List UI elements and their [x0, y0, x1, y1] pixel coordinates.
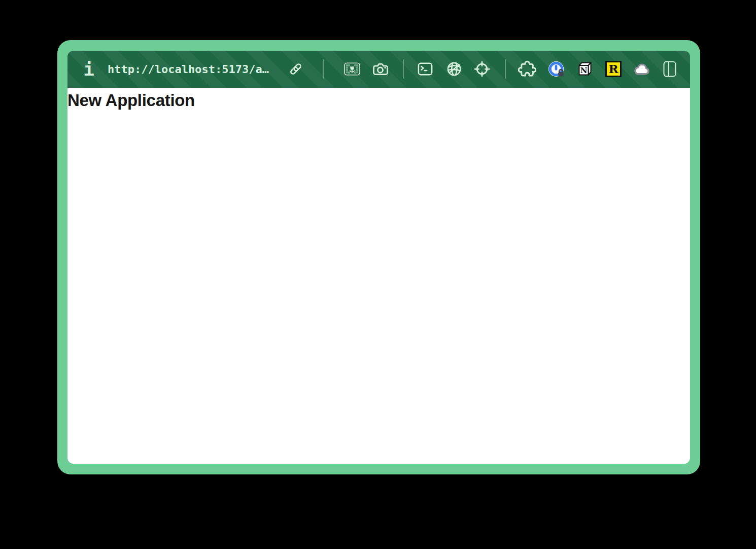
- browser-toolbar: i http://localhost:5173/a…: [67, 51, 690, 88]
- crosshair-icon[interactable]: [474, 61, 491, 78]
- r-extension-icon[interactable]: R: [605, 61, 622, 77]
- page-content: New Application: [67, 88, 690, 464]
- cloud-icon[interactable]: [632, 62, 651, 77]
- link-icon[interactable]: [288, 61, 304, 77]
- onepassword-icon[interactable]: [547, 60, 565, 78]
- desktop-background: i http://localhost:5173/a…: [0, 0, 756, 549]
- page-title: New Application: [67, 88, 690, 111]
- globe-icon[interactable]: [446, 61, 462, 77]
- info-icon[interactable]: i: [83, 59, 94, 80]
- toolbar-separator: [403, 59, 404, 79]
- address-url[interactable]: http://localhost:5173/a…: [108, 63, 269, 76]
- notion-letter: N: [580, 66, 588, 75]
- terminal-icon[interactable]: [418, 62, 433, 76]
- notion-icon[interactable]: N: [576, 60, 593, 78]
- split-view-icon[interactable]: [663, 61, 676, 78]
- toolbar-separator: [505, 59, 506, 79]
- browser-window: i http://localhost:5173/a…: [57, 40, 700, 474]
- extensions-puzzle-icon[interactable]: [518, 60, 536, 78]
- image-icon[interactable]: [344, 62, 361, 76]
- camera-icon[interactable]: [372, 61, 389, 78]
- r-letter: R: [608, 62, 618, 76]
- toolbar-separator: [323, 59, 324, 79]
